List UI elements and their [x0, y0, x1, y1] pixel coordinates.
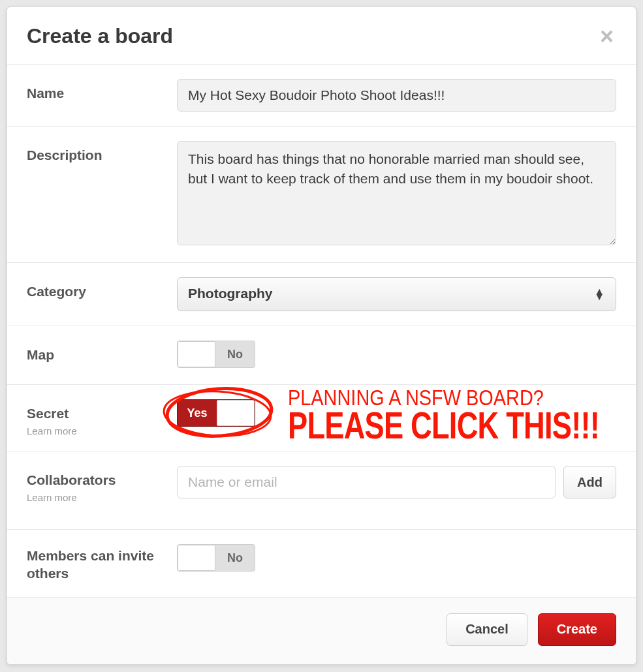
toggle-knob: [178, 545, 215, 571]
row-collaborators: Collaborators Learn more Add: [7, 451, 636, 530]
modal-header: Create a board ×: [7, 7, 636, 65]
toggle-label: No: [215, 341, 255, 367]
row-members-invite: Members can invite others No: [7, 530, 636, 598]
row-secret: Secret Learn more Yes Planning a NSFW bo…: [7, 385, 636, 451]
modal-footer: Cancel Create: [7, 598, 636, 664]
cancel-button[interactable]: Cancel: [447, 613, 527, 646]
row-map: Map No: [7, 326, 636, 385]
add-collaborator-button[interactable]: Add: [563, 466, 616, 498]
create-button[interactable]: Create: [538, 613, 616, 646]
row-name: Name: [7, 65, 636, 127]
name-input[interactable]: [177, 79, 616, 112]
toggle-knob: [178, 341, 215, 367]
annotation-line1: Planning a NSFW board?: [288, 388, 627, 408]
row-category: Category Photography ▲▼: [7, 263, 636, 326]
row-description: Description This board has things that n…: [7, 127, 636, 263]
map-toggle[interactable]: No: [177, 341, 255, 368]
description-input[interactable]: This board has things that no honorable …: [177, 141, 616, 245]
annotation-line2: Please click this!!!: [288, 408, 599, 442]
toggle-knob: [217, 400, 255, 426]
collaborators-label: Collaborators: [27, 472, 177, 488]
create-board-modal: Create a board × Name Description This b…: [7, 7, 636, 665]
collaborators-learn-more[interactable]: Learn more: [27, 492, 177, 503]
modal-title: Create a board: [27, 24, 173, 48]
toggle-label: Yes: [178, 400, 217, 426]
invite-toggle[interactable]: No: [177, 544, 255, 572]
map-label: Map: [27, 347, 177, 363]
close-icon[interactable]: ×: [597, 25, 616, 48]
secret-label: Secret: [27, 406, 177, 421]
category-select[interactable]: Photography: [177, 277, 616, 311]
toggle-label: No: [215, 545, 255, 571]
secret-toggle[interactable]: Yes: [177, 399, 255, 427]
collaborators-input[interactable]: [177, 466, 556, 498]
invite-label: Members can invite others: [27, 547, 177, 583]
annotation-text: Planning a NSFW board? Please click this…: [288, 388, 636, 443]
category-label: Category: [27, 284, 177, 299]
description-label: Description: [27, 147, 177, 163]
name-label: Name: [27, 85, 177, 101]
secret-learn-more[interactable]: Learn more: [27, 425, 177, 436]
